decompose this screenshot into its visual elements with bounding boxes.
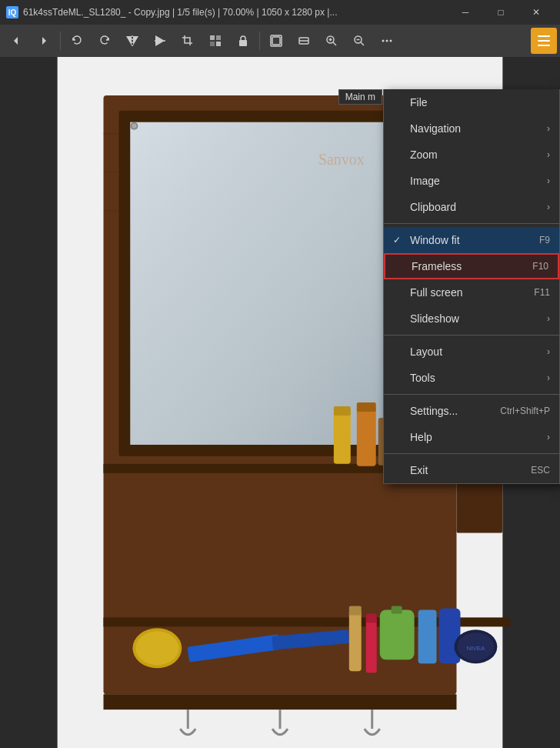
help-checkmark bbox=[393, 432, 405, 442]
svg-marker-1 bbox=[133, 36, 138, 45]
layout-menu-item[interactable]: Layout › bbox=[384, 339, 559, 365]
svg-rect-25 bbox=[538, 35, 550, 37]
image-arrow: › bbox=[547, 175, 550, 186]
navigation-label: Navigation bbox=[410, 122, 461, 135]
svg-rect-65 bbox=[439, 608, 461, 663]
close-button[interactable]: ✕ bbox=[518, 0, 554, 25]
zoom-in-button[interactable] bbox=[318, 28, 345, 54]
svg-marker-4 bbox=[155, 41, 165, 46]
exit-shortcut: ESC bbox=[531, 465, 550, 476]
menu-button[interactable] bbox=[531, 28, 557, 54]
frameless-checkmark bbox=[395, 261, 407, 272]
zoom-arrow: › bbox=[547, 149, 550, 160]
zoom-checkmark bbox=[393, 149, 405, 160]
file-menu-item[interactable]: File bbox=[384, 89, 559, 115]
sep-1 bbox=[384, 223, 559, 224]
flip-v-button[interactable] bbox=[147, 28, 173, 54]
file-checkmark bbox=[393, 97, 405, 108]
frameless-menu-item[interactable]: Frameless F10 bbox=[384, 253, 559, 279]
window-controls: ─ □ ✕ bbox=[448, 0, 554, 25]
help-arrow: › bbox=[547, 432, 550, 442]
clipboard-arrow: › bbox=[547, 202, 550, 212]
file-label: File bbox=[410, 96, 428, 109]
windowfit-shortcut: F9 bbox=[539, 235, 550, 245]
exit-checkmark bbox=[393, 465, 405, 476]
nav-checkmark bbox=[393, 123, 405, 134]
fullscreen-label: Full screen bbox=[410, 286, 462, 299]
svg-rect-60 bbox=[366, 617, 377, 673]
svg-rect-48 bbox=[357, 402, 376, 412]
more-button[interactable] bbox=[374, 28, 400, 54]
windowfit-label: Window fit bbox=[410, 234, 460, 246]
zoom-menu-item[interactable]: Zoom › bbox=[384, 142, 559, 168]
svg-rect-45 bbox=[334, 410, 351, 464]
tools-checkmark bbox=[393, 372, 405, 383]
layout-arrow: › bbox=[547, 346, 550, 357]
navigation-menu-item[interactable]: Navigation › bbox=[384, 115, 559, 142]
tools-arrow: › bbox=[547, 372, 550, 383]
svg-rect-7 bbox=[216, 35, 221, 40]
settings-checkmark bbox=[393, 406, 405, 416]
svg-rect-27 bbox=[538, 45, 550, 46]
clipboard-label: Clipboard bbox=[410, 201, 456, 213]
svg-point-55 bbox=[135, 631, 178, 665]
next-button[interactable] bbox=[31, 28, 57, 54]
settings-menu-item[interactable]: Settings... Ctrl+Shift+P bbox=[384, 398, 559, 424]
svg-rect-58 bbox=[349, 609, 362, 671]
crop-button[interactable] bbox=[175, 28, 201, 54]
svg-point-37 bbox=[132, 124, 136, 129]
svg-text:Sanvox: Sanvox bbox=[318, 151, 365, 168]
svg-point-22 bbox=[382, 40, 385, 42]
lock-button[interactable] bbox=[230, 28, 256, 54]
help-menu-item[interactable]: Help › bbox=[384, 424, 559, 450]
fullscreen-shortcut: F11 bbox=[534, 287, 550, 298]
clipboard-menu-item[interactable]: Clipboard › bbox=[384, 194, 559, 220]
settings-shortcut: Ctrl+Shift+P bbox=[500, 406, 550, 416]
content-area: Sanvox bbox=[0, 57, 560, 748]
window-title: 61k4ssTdeML._SL1280_ - Copy.jpg | 1/5 fi… bbox=[23, 7, 448, 18]
actual-size-button[interactable] bbox=[291, 28, 317, 54]
exit-menu-item[interactable]: Exit ESC bbox=[384, 457, 559, 483]
fullscreen-menu-item[interactable]: Full screen F11 bbox=[384, 279, 559, 306]
svg-rect-6 bbox=[210, 35, 215, 40]
slideshow-label: Slideshow bbox=[410, 312, 459, 325]
flip-h-button[interactable] bbox=[119, 28, 145, 54]
svg-rect-9 bbox=[216, 42, 221, 46]
svg-rect-35 bbox=[130, 122, 383, 445]
svg-text:NIVEA: NIVEA bbox=[466, 645, 485, 652]
main-menu: Main m File Navigation › Zoom › bbox=[383, 89, 560, 484]
prev-button[interactable] bbox=[3, 28, 29, 54]
sep-4 bbox=[384, 453, 559, 454]
app-icon: IQ bbox=[6, 6, 18, 18]
sep-2 bbox=[384, 335, 559, 336]
tools-menu-item[interactable]: Tools › bbox=[384, 365, 559, 391]
svg-marker-0 bbox=[126, 36, 132, 45]
exit-label: Exit bbox=[410, 464, 428, 476]
layout-label: Layout bbox=[410, 346, 442, 358]
slideshow-menu-item[interactable]: Slideshow › bbox=[384, 306, 559, 332]
minimize-button[interactable]: ─ bbox=[448, 0, 483, 25]
titlebar: IQ 61k4ssTdeML._SL1280_ - Copy.jpg | 1/5… bbox=[0, 0, 560, 25]
svg-rect-46 bbox=[334, 406, 351, 416]
color-button[interactable] bbox=[202, 28, 228, 54]
svg-rect-64 bbox=[418, 609, 437, 663]
menu-tooltip: Main m bbox=[338, 89, 382, 105]
svg-line-16 bbox=[333, 42, 336, 45]
frameless-label: Frameless bbox=[412, 260, 462, 272]
main-toolbar bbox=[0, 25, 560, 57]
svg-rect-69 bbox=[104, 694, 457, 710]
fit-button[interactable] bbox=[263, 28, 289, 54]
image-label: Image bbox=[410, 175, 440, 187]
image-menu-item[interactable]: Image › bbox=[384, 168, 559, 194]
undo-button[interactable] bbox=[64, 28, 90, 54]
windowfit-checkmark: ✓ bbox=[393, 235, 405, 245]
svg-rect-62 bbox=[380, 609, 415, 660]
maximize-button[interactable]: □ bbox=[483, 0, 518, 25]
windowfit-menu-item[interactable]: ✓ Window fit F9 bbox=[384, 227, 559, 253]
separator-1 bbox=[60, 32, 61, 50]
svg-marker-3 bbox=[155, 35, 165, 41]
svg-point-24 bbox=[390, 40, 392, 42]
redo-button[interactable] bbox=[92, 28, 118, 54]
layout-checkmark bbox=[393, 346, 405, 357]
zoom-out-button[interactable] bbox=[346, 28, 372, 54]
